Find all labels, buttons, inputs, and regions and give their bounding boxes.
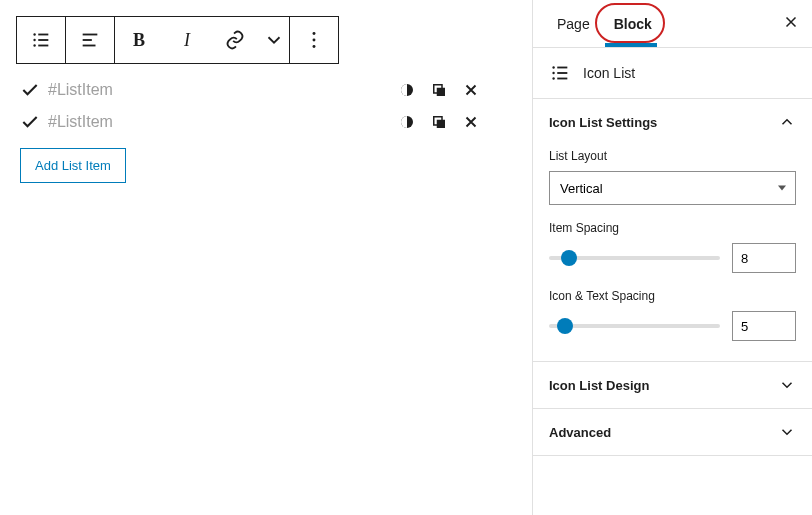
svg-rect-7 <box>83 39 92 41</box>
list-layout-label: List Layout <box>549 149 796 163</box>
item-spacing-slider[interactable] <box>549 256 720 260</box>
block-card: Icon List <box>533 48 812 99</box>
svg-point-22 <box>552 77 554 79</box>
svg-rect-8 <box>83 45 96 47</box>
svg-point-4 <box>33 44 35 46</box>
icon-list-block[interactable]: #ListItem #ListItem Add List Item <box>16 74 516 183</box>
style-button[interactable] <box>398 81 416 99</box>
chevron-down-icon <box>778 423 796 441</box>
delete-button[interactable] <box>462 81 480 99</box>
panel-toggle-design[interactable]: Icon List Design <box>533 362 812 408</box>
more-options-button[interactable] <box>290 17 338 63</box>
italic-icon: I <box>184 30 190 51</box>
svg-rect-3 <box>38 39 48 41</box>
block-toolbar: B I <box>16 16 339 64</box>
list-item-actions <box>398 81 480 99</box>
item-spacing-input[interactable] <box>732 243 796 273</box>
list-item-text[interactable]: #ListItem <box>48 113 113 131</box>
copy-icon <box>430 81 448 99</box>
drop-icon <box>398 81 416 99</box>
link-button[interactable] <box>211 17 259 63</box>
chevron-up-icon <box>778 113 796 131</box>
close-icon <box>462 81 480 99</box>
close-icon <box>782 13 800 31</box>
list-item-actions <box>398 113 480 131</box>
svg-rect-17 <box>437 120 445 128</box>
kebab-icon <box>303 29 325 51</box>
icon-list-icon <box>549 62 571 84</box>
svg-rect-19 <box>557 67 567 69</box>
copy-icon <box>430 113 448 131</box>
svg-rect-14 <box>437 88 445 96</box>
list-icon <box>30 29 52 51</box>
style-button[interactable] <box>398 113 416 131</box>
list-item[interactable]: #ListItem <box>20 106 516 138</box>
drop-icon <box>398 113 416 131</box>
link-icon <box>224 29 246 51</box>
check-icon <box>20 112 40 132</box>
block-name: Icon List <box>583 65 635 81</box>
editor-canvas: B I #ListItem <box>0 0 532 515</box>
panel-advanced: Advanced <box>533 409 812 456</box>
list-item-text[interactable]: #ListItem <box>48 81 113 99</box>
panel-toggle-settings[interactable]: Icon List Settings <box>533 99 812 145</box>
svg-point-11 <box>313 45 316 48</box>
align-left-icon <box>79 29 101 51</box>
sidebar-tabs: Page Block <box>533 0 812 48</box>
svg-rect-21 <box>557 72 567 74</box>
more-formatting-button[interactable] <box>259 17 289 63</box>
svg-point-18 <box>552 66 554 68</box>
svg-rect-5 <box>38 45 48 47</box>
list-item[interactable]: #ListItem <box>20 74 516 106</box>
align-button[interactable] <box>66 17 114 63</box>
panel-toggle-advanced[interactable]: Advanced <box>533 409 812 455</box>
add-list-item-button[interactable]: Add List Item <box>20 148 126 183</box>
svg-point-20 <box>552 72 554 74</box>
check-icon <box>20 80 40 100</box>
svg-rect-1 <box>38 34 48 36</box>
svg-rect-23 <box>557 78 567 80</box>
block-type-button[interactable] <box>17 17 65 63</box>
close-sidebar-button[interactable] <box>782 13 800 34</box>
svg-point-2 <box>33 39 35 41</box>
bold-button[interactable]: B <box>115 17 163 63</box>
list-layout-select[interactable]: Vertical <box>549 171 796 205</box>
panel-title: Icon List Design <box>549 378 649 393</box>
icon-text-spacing-input[interactable] <box>732 311 796 341</box>
copy-button[interactable] <box>430 113 448 131</box>
close-icon <box>462 113 480 131</box>
panel-icon-list-design: Icon List Design <box>533 362 812 409</box>
chevron-down-icon <box>778 376 796 394</box>
icon-text-spacing-label: Icon & Text Spacing <box>549 289 796 303</box>
svg-point-0 <box>33 33 35 35</box>
bold-icon: B <box>133 30 145 51</box>
icon-text-spacing-slider[interactable] <box>549 324 720 328</box>
svg-point-9 <box>313 32 316 35</box>
chevron-down-icon <box>263 29 285 51</box>
item-spacing-label: Item Spacing <box>549 221 796 235</box>
tab-block[interactable]: Block <box>602 0 664 47</box>
tab-page[interactable]: Page <box>545 0 602 47</box>
delete-button[interactable] <box>462 113 480 131</box>
italic-button[interactable]: I <box>163 17 211 63</box>
svg-point-10 <box>313 39 316 42</box>
panel-icon-list-settings: Icon List Settings List Layout Vertical … <box>533 99 812 362</box>
copy-button[interactable] <box>430 81 448 99</box>
settings-sidebar: Page Block Icon List Icon List Settings … <box>532 0 812 515</box>
panel-title: Advanced <box>549 425 611 440</box>
panel-title: Icon List Settings <box>549 115 657 130</box>
svg-rect-6 <box>83 34 98 36</box>
